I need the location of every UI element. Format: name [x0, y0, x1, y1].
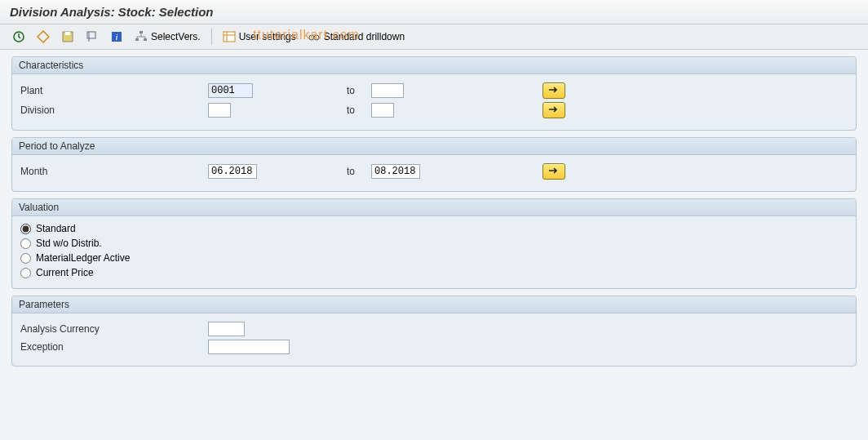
analysis-currency-label: Analysis Currency [20, 323, 208, 335]
svg-rect-6 [140, 31, 143, 33]
division-to-input[interactable] [371, 103, 394, 118]
exception-label: Exception [20, 341, 208, 353]
arrow-right-icon [548, 166, 560, 177]
to-label: to [306, 104, 371, 116]
division-label: Division [20, 104, 208, 116]
valuation-stdwo-radio[interactable] [20, 238, 31, 249]
svg-point-13 [314, 35, 319, 40]
glasses-icon [308, 30, 321, 43]
info-icon: i [110, 30, 123, 43]
month-from-input[interactable] [208, 164, 257, 179]
valuation-standard-radio[interactable] [20, 224, 31, 234]
valuation-stdwo-label: Std w/o Distrib. [36, 238, 102, 249]
execute-button[interactable] [8, 28, 29, 46]
to-label: to [306, 166, 371, 177]
parameters-group: Parameters Analysis Currency Exception [11, 296, 857, 367]
flag-icon [86, 30, 99, 43]
characteristics-title: Characteristics [12, 57, 856, 74]
plant-multi-selection-button[interactable] [542, 82, 565, 99]
diamond-icon [37, 30, 50, 43]
plant-from-input[interactable] [208, 83, 253, 98]
page-title: Division Analysis: Stock: Selection [10, 5, 214, 19]
period-title: Period to Analyze [12, 138, 856, 155]
characteristics-group: Characteristics Plant to Division to [11, 56, 857, 131]
save-button[interactable] [57, 28, 78, 46]
variant-button[interactable] [33, 28, 54, 46]
valuation-current-label: Current Price [36, 267, 94, 278]
parameters-title: Parameters [12, 296, 856, 313]
period-group: Period to Analyze Month to [11, 137, 857, 192]
select-vers-label: SelectVers. [151, 31, 201, 42]
select-vers-button[interactable]: SelectVers. [131, 28, 205, 46]
division-from-input[interactable] [208, 103, 231, 118]
standard-drilldown-button[interactable]: Standard drilldown [303, 28, 409, 46]
toolbar: i SelectVers. User settings Standard dri… [0, 24, 868, 50]
exception-input[interactable] [208, 340, 290, 354]
content-area: Characteristics Plant to Division to [0, 50, 868, 380]
valuation-current-radio[interactable] [20, 268, 31, 278]
svg-rect-7 [135, 38, 139, 41]
valuation-standard-label: Standard [36, 223, 76, 234]
valuation-group: Valuation Standard Std w/o Distrib. Mate… [11, 198, 857, 289]
analysis-currency-input[interactable] [208, 322, 245, 336]
page-header: Division Analysis: Stock: Selection [0, 0, 868, 24]
division-multi-selection-button[interactable] [542, 102, 565, 118]
plant-to-input[interactable] [371, 83, 404, 98]
toolbar-separator [211, 29, 212, 45]
arrow-right-icon [548, 104, 560, 116]
to-label: to [306, 85, 371, 96]
clock-execute-icon [12, 30, 25, 43]
valuation-ml-radio[interactable] [20, 253, 31, 264]
info-button[interactable]: i [106, 28, 127, 46]
user-settings-label: User settings [239, 31, 296, 42]
save-icon [61, 30, 74, 43]
svg-point-12 [309, 35, 314, 40]
valuation-title: Valuation [12, 199, 856, 216]
svg-rect-9 [224, 32, 235, 42]
month-label: Month [20, 166, 208, 177]
user-settings-button[interactable]: User settings [219, 28, 300, 46]
svg-rect-8 [144, 38, 147, 41]
month-multi-selection-button[interactable] [542, 163, 565, 180]
arrow-right-icon [548, 85, 560, 96]
svg-text:i: i [115, 32, 117, 42]
hierarchy-icon [135, 30, 148, 43]
plant-label: Plant [20, 85, 208, 96]
valuation-ml-label: MaterialLedger Active [36, 252, 130, 264]
standard-drilldown-label: Standard drilldown [324, 31, 405, 42]
svg-rect-2 [65, 32, 70, 35]
goto-button[interactable] [82, 28, 103, 46]
month-to-input[interactable] [371, 164, 420, 179]
table-icon [223, 30, 236, 43]
